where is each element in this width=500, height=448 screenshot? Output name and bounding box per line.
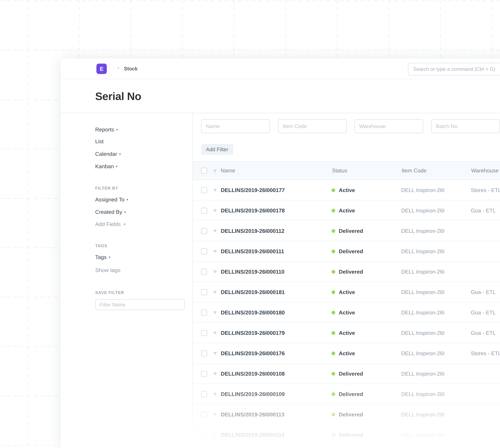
plus-icon: + bbox=[123, 221, 126, 227]
row-checkbox[interactable] bbox=[201, 187, 207, 193]
status-label: Delivered bbox=[339, 269, 363, 275]
status-dot-icon bbox=[332, 331, 335, 335]
status-label: Active bbox=[339, 350, 355, 356]
app-logo[interactable]: E bbox=[97, 64, 107, 74]
status-dot-icon bbox=[332, 208, 335, 212]
heart-icon[interactable]: ♥ bbox=[213, 391, 217, 397]
liked-filter-heart-icon[interactable]: ♥ bbox=[213, 167, 217, 174]
heart-icon[interactable]: ♥ bbox=[213, 268, 217, 275]
table-row[interactable]: ♥ DELLINS/2019-26I000179 Active DELL Ins… bbox=[193, 323, 500, 343]
row-name-link[interactable]: DELLINS/2019-26I000178 bbox=[221, 208, 332, 213]
heart-icon[interactable]: ♥ bbox=[213, 309, 217, 316]
app-window: E › Stock A Settings▾ Help▾ Serial No Me… bbox=[61, 58, 500, 448]
status-dot-icon bbox=[332, 413, 335, 416]
heart-icon[interactable]: ♥ bbox=[213, 289, 217, 295]
filter-field-item-code[interactable] bbox=[278, 119, 347, 133]
row-name-link[interactable]: DELLINS/2019-26I000109 bbox=[221, 391, 332, 397]
row-checkbox[interactable] bbox=[201, 371, 207, 377]
table-row[interactable]: ♥ DELLINS/2019-26I000112 Delivered DELL … bbox=[193, 221, 500, 241]
table-row[interactable]: ♥ DELLINS/2019-26I000177 Active DELL Ins… bbox=[193, 180, 500, 200]
sidebar-add-fields[interactable]: Add Fields+ bbox=[95, 221, 126, 228]
filter-name-input[interactable] bbox=[95, 299, 185, 310]
chevron-down-icon: ▾ bbox=[124, 208, 126, 216]
row-name-link[interactable]: DELLINS/2019-26I000179 bbox=[221, 330, 332, 336]
status-label: Delivered bbox=[339, 411, 363, 417]
heart-icon[interactable]: ♥ bbox=[213, 411, 217, 417]
sidebar-created-by[interactable]: Created By▾ bbox=[95, 208, 126, 216]
heart-icon[interactable]: ♥ bbox=[213, 228, 217, 234]
table-row[interactable]: ♥ DELLINS/2019-26I000109 Delivered DELL … bbox=[193, 384, 500, 404]
row-status: Active bbox=[332, 309, 401, 315]
sidebar-item-calendar[interactable]: Calendar▾ bbox=[95, 150, 121, 158]
table-row[interactable]: ♥ DELLINS/2019-26I000108 Delivered DELL … bbox=[193, 364, 500, 384]
status-label: Delivered bbox=[339, 371, 363, 377]
heart-icon[interactable]: ♥ bbox=[213, 187, 217, 193]
row-checkbox[interactable] bbox=[201, 269, 207, 275]
table-row[interactable]: ♥ DELLINS/2019-26I000110 Delivered DELL … bbox=[193, 262, 500, 282]
table-row[interactable]: ♥ DELLINS/2019-26I000114 Delivered DELL … bbox=[193, 425, 500, 445]
row-warehouse: Goa - ETL bbox=[471, 289, 500, 295]
status-dot-icon bbox=[332, 229, 335, 233]
row-item-code: DELL Inspiron-26I bbox=[401, 432, 471, 438]
row-checkbox[interactable] bbox=[201, 310, 207, 316]
select-all-checkbox[interactable] bbox=[201, 168, 207, 174]
row-checkbox[interactable] bbox=[201, 228, 207, 234]
row-checkbox[interactable] bbox=[201, 351, 207, 356]
filter-field-batch-no[interactable] bbox=[431, 119, 500, 133]
heart-icon[interactable]: ♥ bbox=[213, 350, 217, 356]
row-name-link[interactable]: DELLINS/2019-26I000110 bbox=[221, 269, 332, 275]
row-warehouse: Goa - ETL bbox=[471, 309, 500, 315]
sidebar-tags[interactable]: Tags▾ bbox=[95, 254, 110, 261]
row-checkbox[interactable] bbox=[201, 208, 207, 214]
heart-icon[interactable]: ♥ bbox=[213, 207, 217, 214]
heart-icon[interactable]: ♥ bbox=[213, 248, 217, 255]
row-status: Active bbox=[332, 330, 401, 336]
sidebar-show-tags[interactable]: Show tags bbox=[95, 267, 120, 274]
row-name-link[interactable]: DELLINS/2019-26I000180 bbox=[221, 309, 332, 315]
sidebar-item-kanban[interactable]: Kanban▾ bbox=[95, 163, 117, 170]
row-warehouse: Stores - ETL bbox=[471, 350, 500, 356]
row-checkbox[interactable] bbox=[201, 289, 207, 295]
row-name-link[interactable]: DELLINS/2019-26I000177 bbox=[221, 187, 332, 193]
row-checkbox[interactable] bbox=[201, 248, 207, 255]
row-status: Active bbox=[332, 350, 401, 356]
row-item-code: DELL Inspiron-26I bbox=[401, 269, 471, 275]
sidebar-assigned-to[interactable]: Assigned To▾ bbox=[95, 196, 128, 203]
chevron-down-icon: ▾ bbox=[119, 150, 121, 158]
row-name-link[interactable]: DELLINS/2019-26I000113 bbox=[221, 411, 332, 417]
breadcrumb[interactable]: Stock bbox=[124, 66, 138, 72]
table-row[interactable]: ♥ DELLINS/2019-26I000176 Active DELL Ins… bbox=[193, 343, 500, 364]
row-name-link[interactable]: DELLINS/2019-26I000114 bbox=[221, 432, 332, 438]
row-checkbox[interactable] bbox=[201, 412, 207, 417]
sidebar-item-list[interactable]: List bbox=[95, 138, 104, 145]
heart-icon[interactable]: ♥ bbox=[213, 370, 217, 377]
table-row[interactable]: ♥ DELLINS/2019-26I000180 Active DELL Ins… bbox=[193, 302, 500, 323]
status-label: Active bbox=[339, 330, 355, 336]
filter-field-warehouse[interactable] bbox=[355, 119, 423, 133]
row-name-link[interactable]: DELLINS/2019-26I000176 bbox=[221, 350, 332, 356]
search-input[interactable] bbox=[412, 66, 500, 72]
save-filter-section-label: SAVE FILTER bbox=[95, 289, 124, 295]
table-row[interactable]: ♥ DELLINS/2019-26I000181 Active DELL Ins… bbox=[193, 282, 500, 302]
row-checkbox[interactable] bbox=[201, 330, 207, 336]
created-by-label: Created By bbox=[95, 209, 122, 215]
row-name-link[interactable]: DELLINS/2019-26I000111 bbox=[221, 248, 332, 254]
row-name-link[interactable]: DELLINS/2019-26I000108 bbox=[221, 371, 332, 377]
filter-field-name[interactable] bbox=[201, 119, 270, 133]
table-row[interactable]: ♥ DELLINS/2019-26I000178 Active DELL Ins… bbox=[193, 200, 500, 221]
row-checkbox[interactable] bbox=[201, 432, 207, 438]
add-filter-button[interactable]: Add Filter bbox=[201, 144, 233, 155]
status-label: Active bbox=[339, 187, 355, 193]
row-name-link[interactable]: DELLINS/2019-26I000112 bbox=[221, 228, 332, 234]
heart-icon[interactable]: ♥ bbox=[213, 330, 217, 336]
assigned-to-label: Assigned To bbox=[95, 197, 125, 203]
heart-icon[interactable]: ♥ bbox=[213, 432, 217, 438]
row-item-code: DELL Inspiron-26I bbox=[401, 411, 471, 417]
status-label: Active bbox=[339, 208, 355, 213]
table-row[interactable]: ♥ DELLINS/2019-26I000113 Delivered DELL … bbox=[193, 404, 500, 425]
sidebar-item-reports[interactable]: Reports▾ bbox=[95, 126, 118, 133]
table-row[interactable]: ♥ DELLINS/2019-26I000111 Delivered DELL … bbox=[193, 241, 500, 262]
row-name-link[interactable]: DELLINS/2019-26I000181 bbox=[221, 289, 332, 295]
tags-section-label: TAGS bbox=[95, 243, 107, 248]
row-checkbox[interactable] bbox=[201, 391, 207, 397]
